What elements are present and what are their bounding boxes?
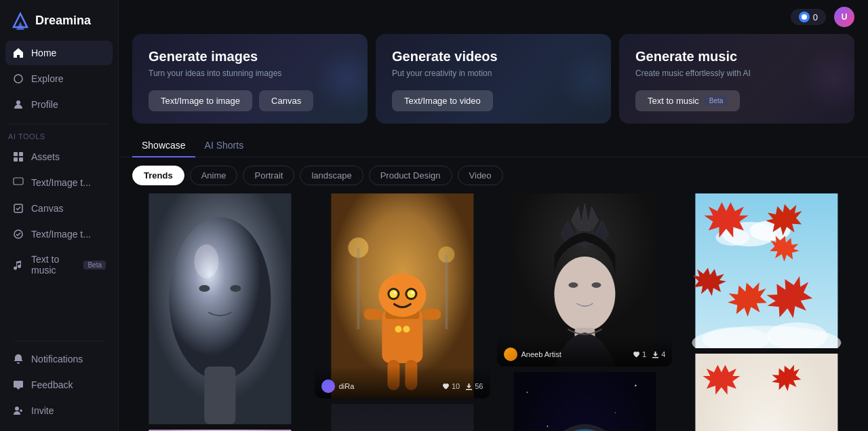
svg-point-70 — [614, 412, 616, 413]
robot-likes: 10 — [442, 382, 460, 390]
sidebar-item-explore[interactable]: Explore — [5, 67, 113, 91]
robot-downloads: 56 — [465, 382, 483, 390]
grid-item-dark-city[interactable] — [315, 404, 490, 431]
grid-col-4 — [679, 193, 854, 431]
music-icon — [12, 259, 24, 271]
tools-nav: Assets Text/Image t... Canvas Text/Image… — [0, 142, 118, 284]
filter-product-design[interactable]: Product Design — [369, 166, 452, 185]
grid-item-dark-queen[interactable]: Aneeb Artist 1 4 — [497, 193, 673, 367]
sidebar-item-home[interactable]: Home — [5, 41, 113, 65]
app-name: Dreamina — [35, 14, 91, 28]
grid-item-leaves[interactable] — [679, 193, 854, 348]
robot-stats: 10 56 — [442, 382, 484, 390]
grid-item-astronaut[interactable] — [497, 372, 673, 431]
svg-rect-39 — [363, 309, 382, 320]
dark-queen-user: Aneeb Artist — [504, 348, 561, 361]
svg-point-16 — [199, 285, 210, 292]
text-image-to-video-button[interactable]: Text/Image to video — [392, 90, 493, 111]
dark-queen-overlay: Aneeb Artist 1 4 — [497, 334, 673, 367]
sidebar-item-invite[interactable]: Invite — [5, 398, 113, 423]
sidebar-item-textimage1[interactable]: Text/Image t... — [5, 170, 113, 195]
sidebar-item-textmusic[interactable]: Text to music Beta — [5, 248, 113, 282]
filter-video[interactable]: Video — [458, 166, 503, 185]
svg-point-69 — [635, 385, 636, 386]
svg-point-11 — [15, 407, 19, 411]
hero-section: Generate images Turn your ideas into stu… — [119, 34, 868, 134]
sidebar-item-notifications[interactable]: Notifications — [5, 347, 113, 371]
hero-card-music: Generate music Create music effortlessly… — [619, 34, 854, 124]
filter-trends[interactable]: Trends — [132, 166, 184, 185]
svg-point-35 — [389, 290, 397, 298]
nav-divider — [8, 124, 110, 124]
svg-point-2 — [14, 75, 22, 83]
svg-rect-7 — [19, 157, 23, 162]
dira-name: diRa — [339, 382, 355, 390]
svg-rect-67 — [513, 372, 656, 431]
music-beta-pill: Beta — [705, 96, 728, 106]
grid-col-1: Prettygirl 2 7 — [132, 193, 308, 431]
svg-point-68 — [526, 392, 528, 393]
text-image-to-image-button[interactable]: Text/Image to image — [149, 90, 252, 111]
svg-point-18 — [194, 244, 218, 278]
svg-point-3 — [16, 100, 20, 105]
svg-point-43 — [395, 326, 401, 333]
svg-point-12 — [802, 14, 807, 20]
aneeb-name: Aneeb Artist — [521, 350, 561, 358]
svg-point-38 — [411, 291, 414, 294]
coins-display[interactable]: 0 — [791, 9, 826, 25]
svg-point-63 — [568, 282, 578, 288]
tabs-section: Showcase AI Shorts — [119, 134, 868, 157]
svg-point-62 — [554, 257, 615, 331]
svg-marker-1 — [16, 22, 24, 30]
svg-point-37 — [393, 291, 396, 294]
svg-rect-15 — [204, 367, 235, 424]
svg-rect-8 — [14, 178, 23, 185]
invite-icon — [12, 405, 24, 417]
ai-tools-label: AI tools — [0, 128, 118, 142]
svg-point-14 — [169, 217, 271, 380]
avatar[interactable]: U — [834, 7, 854, 27]
bell-icon — [12, 353, 24, 365]
filter-landscape[interactable]: landscape — [300, 166, 363, 185]
svg-rect-29 — [445, 255, 448, 329]
grid-col-2: diRa 10 56 — [315, 193, 490, 431]
sidebar-item-profile[interactable]: Profile — [5, 92, 113, 117]
sidebar-item-feedback[interactable]: Feedback — [5, 373, 113, 397]
grid-item-robot[interactable]: diRa 10 56 — [315, 193, 490, 398]
svg-point-71 — [547, 426, 548, 427]
canvas-button[interactable]: Canvas — [259, 90, 313, 111]
robot-user: diRa — [321, 379, 355, 393]
filter-portrait[interactable]: Portrait — [243, 166, 294, 185]
assets-icon — [12, 151, 24, 163]
sidebar-item-textimage2[interactable]: Text/Image t... — [5, 222, 113, 246]
tab-showcase[interactable]: Showcase — [132, 134, 195, 157]
filter-pills: Trends Anime Portrait landscape Product … — [119, 166, 868, 193]
svg-point-17 — [230, 285, 241, 292]
canvas-icon — [12, 202, 24, 214]
hero-card-videos: Generate videos Put your creativity in m… — [376, 34, 611, 124]
svg-rect-46 — [331, 404, 473, 431]
queen-downloads: 4 — [652, 350, 665, 358]
grid-item-silver-head[interactable] — [132, 193, 308, 424]
filter-anime[interactable]: Anime — [190, 166, 238, 185]
app-logo[interactable]: Dreamina — [0, 0, 118, 38]
bottom-divider — [14, 341, 104, 341]
sidebar: Dreamina Home Explore Profile AI tools — [0, 0, 119, 431]
queen-likes: 1 — [633, 350, 646, 358]
svg-rect-5 — [19, 152, 23, 156]
sidebar-item-canvas[interactable]: Canvas — [5, 196, 113, 221]
grid-col-3: Aneeb Artist 1 4 — [497, 193, 673, 431]
svg-point-32 — [378, 274, 426, 317]
robot-overlay: diRa 10 56 — [315, 366, 490, 398]
svg-point-36 — [407, 290, 415, 298]
text-to-music-button[interactable]: Text to music Beta — [635, 90, 740, 111]
svg-point-64 — [591, 282, 601, 288]
grid-item-green-car[interactable] — [679, 354, 854, 431]
svg-rect-45 — [466, 389, 472, 390]
textimage-icon — [12, 176, 24, 189]
svg-rect-4 — [14, 152, 18, 156]
sidebar-item-assets[interactable]: Assets — [5, 145, 113, 169]
main-nav: Home Explore Profile — [0, 38, 118, 119]
svg-rect-28 — [357, 248, 359, 329]
tab-ai-shorts[interactable]: AI Shorts — [195, 134, 254, 157]
